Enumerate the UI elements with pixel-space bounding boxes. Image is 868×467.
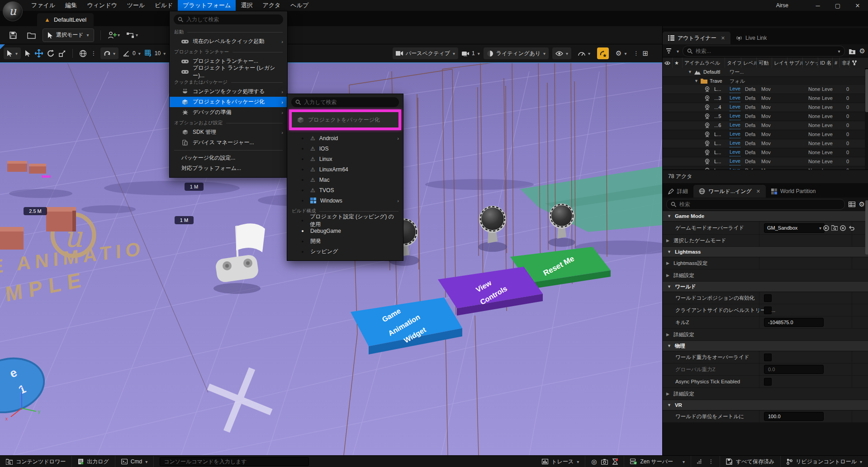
menu-platforms[interactable]: プラットフォーム bbox=[178, 0, 236, 11]
save-status-button[interactable]: すべて保存済み bbox=[720, 456, 781, 467]
level-link[interactable]: Leve bbox=[730, 157, 740, 165]
section-physics[interactable]: ▼物理 bbox=[663, 341, 868, 351]
grid-snap-control[interactable]: 10 ▾ bbox=[145, 50, 166, 57]
section-world[interactable]: ▼ワールド bbox=[663, 282, 868, 292]
level-link[interactable]: Leve bbox=[730, 148, 740, 156]
world-to-meters-input[interactable]: 100.0 bbox=[764, 412, 824, 421]
outliner-folder-row[interactable]: ▼ Trave フォル bbox=[663, 77, 865, 86]
kill-z-input[interactable]: -1048575.0 bbox=[764, 318, 824, 327]
menu-file[interactable]: ファイル bbox=[26, 0, 60, 11]
details-settings-icon[interactable]: ⚙ bbox=[859, 200, 865, 208]
submenu-item-config-project-settings[interactable]: ● プロジェクト設定 (シッピング) の使用 bbox=[287, 215, 403, 226]
level-link[interactable]: Leve bbox=[730, 103, 740, 111]
gravity-override-checkbox[interactable] bbox=[764, 354, 772, 361]
scale-tool-icon[interactable] bbox=[59, 50, 66, 57]
outliner-actor-row[interactable]: ...3 Leve Defa Mov None Leve 0 bbox=[663, 94, 865, 103]
level-link[interactable]: Leve bbox=[730, 121, 740, 129]
outliner-actor-row[interactable]: ...6 Leve Defa Mov None Leve 0 bbox=[663, 121, 865, 130]
record-icon[interactable]: ◎ bbox=[591, 458, 597, 465]
menu-window[interactable]: ウィンドウ bbox=[82, 0, 122, 11]
menu-select[interactable]: 選択 bbox=[236, 0, 257, 11]
menu-item-supported-platforms[interactable]: 対応プラットフォーム... bbox=[170, 163, 287, 174]
client-streaming-checkbox[interactable] bbox=[764, 307, 772, 314]
details-scrollbar[interactable] bbox=[865, 200, 868, 255]
menu-item-quick-launch[interactable]: 現在のレベルをクイック起動› bbox=[170, 36, 287, 47]
menu-item-packaging-settings[interactable]: パッケージ化の設定... bbox=[170, 153, 287, 163]
menu-item-sdk-manage[interactable]: SDK 管理› bbox=[170, 127, 287, 137]
tab-outliner[interactable]: アウトライナー ✕ bbox=[663, 32, 730, 44]
zen-server-dropdown[interactable]: Zen サーバー ▾ bbox=[624, 456, 691, 467]
perspective-dropdown[interactable]: パースペクティブ ▾ bbox=[393, 47, 458, 59]
pending-tasks-icon[interactable] bbox=[612, 458, 618, 465]
submenu-search-input[interactable]: 入力して検索 bbox=[291, 97, 399, 107]
maximize-button[interactable]: ▢ bbox=[834, 2, 842, 9]
add-folder-icon[interactable] bbox=[849, 48, 856, 54]
console-command-input[interactable]: コンソールコマンドを入力します bbox=[160, 457, 309, 466]
move-tool-icon[interactable] bbox=[35, 49, 43, 57]
close-button[interactable]: ✕ bbox=[854, 2, 862, 9]
row-selected-gamemode[interactable]: ▶選択したゲームモード bbox=[663, 235, 868, 247]
menu-item-device-manager[interactable]: デバイス マネージャー... bbox=[170, 137, 287, 148]
level-tab[interactable]: ▲ DefaultLevel bbox=[37, 13, 94, 26]
output-log-button[interactable]: 出力ログ bbox=[72, 456, 115, 467]
filter-icon[interactable] bbox=[666, 48, 673, 54]
outliner-settings-icon[interactable]: ⚙ bbox=[859, 47, 865, 55]
submenu-item-wind ows[interactable]: ● u Windows› bbox=[287, 195, 403, 206]
camera-speed-control[interactable]: 1 ▾ bbox=[462, 50, 480, 57]
menu-item-package-project[interactable]: プロジェクトをパッケージ化› bbox=[170, 97, 287, 107]
submenu-item-package-project-disabled[interactable]: プロジェクトをパッケージ化 bbox=[292, 112, 398, 127]
editor-mode-icon[interactable]: ▾ bbox=[4, 47, 21, 59]
details-search-input[interactable]: 検索 bbox=[666, 199, 845, 210]
level-link[interactable]: Leve bbox=[730, 112, 740, 120]
tab-live-link[interactable]: Live Link bbox=[730, 32, 772, 44]
section-vr[interactable]: ▼VR bbox=[663, 400, 868, 410]
menu-item-cook-content[interactable]: コンテンツをクック処理する› bbox=[170, 86, 287, 97]
cmd-dropdown[interactable]: Cmd ▾ bbox=[115, 456, 154, 467]
menu-tools[interactable]: ツール bbox=[122, 0, 150, 11]
more-dots-icon[interactable]: ⋮ bbox=[708, 458, 714, 465]
angle-snap-control[interactable]: 0 ▾ bbox=[123, 50, 141, 57]
outliner-actor-row[interactable]: L... Leve Defa Mov None Leve 0 bbox=[663, 85, 865, 94]
unreal-logo[interactable]: u bbox=[3, 1, 23, 21]
edit-asset-icon[interactable] bbox=[840, 225, 846, 231]
show-flags-dropdown[interactable]: ▾ bbox=[552, 47, 571, 59]
async-physics-checkbox[interactable] bbox=[764, 378, 772, 386]
row-physics-advanced[interactable]: ▶詳細設定 bbox=[663, 388, 868, 400]
viewport-options-dots-icon[interactable]: ⋮ bbox=[91, 50, 96, 57]
snapshot-icon[interactable] bbox=[601, 459, 608, 465]
submenu-item-linux[interactable]: ● ⚠ Linux bbox=[287, 154, 403, 164]
platforms-menu-search-input[interactable]: 入力して検索 bbox=[174, 14, 283, 24]
level-link[interactable]: Leve bbox=[730, 85, 740, 93]
menu-help[interactable]: ヘルプ bbox=[285, 0, 313, 11]
viewport-settings-dropdown[interactable]: ⚙▾ bbox=[612, 47, 630, 59]
tab-close-icon[interactable]: ✕ bbox=[756, 189, 760, 194]
submenu-item-config-development[interactable]: ● 開発 bbox=[287, 236, 403, 246]
outliner-actor-row[interactable]: L... Leve Defa Mov None Leve 0 bbox=[663, 157, 865, 166]
outliner-actor-row[interactable]: L... Leve Defa Mov None Leve 0 bbox=[663, 130, 865, 139]
content-drawer-button[interactable]: コンテンツドロワー bbox=[0, 456, 72, 467]
minimize-button[interactable]: ─ bbox=[814, 2, 822, 9]
rotate-tool-icon[interactable] bbox=[47, 50, 55, 57]
cinematic-toggle-button[interactable] bbox=[597, 47, 609, 59]
trace-dropdown[interactable]: トレース ▾ bbox=[536, 456, 585, 467]
use-selected-icon[interactable] bbox=[823, 225, 829, 231]
level-link[interactable]: Leve bbox=[730, 130, 740, 138]
submenu-item-mac[interactable]: ● ⚠ Mac bbox=[287, 175, 403, 185]
outliner-world-row[interactable]: ▼ Defaultl ワー... bbox=[663, 68, 865, 77]
menu-item-prepare-debug[interactable]: デバッグの準備› bbox=[170, 107, 287, 118]
display-options-icon[interactable] bbox=[849, 202, 855, 207]
row-lightmass-settings[interactable]: ▶Lightmass設定 bbox=[663, 257, 868, 269]
quad-layout-icon[interactable]: ⊞ bbox=[643, 49, 649, 57]
gravity-z-input[interactable]: 0.0 bbox=[764, 365, 824, 374]
world-composition-checkbox[interactable] bbox=[764, 294, 772, 302]
row-lightmass-advanced[interactable]: ▶詳細設定 bbox=[663, 269, 868, 282]
save-icon[interactable] bbox=[6, 29, 20, 42]
content-browser-icon[interactable] bbox=[24, 29, 38, 42]
outliner-actor-row[interactable]: L... Leve Defa Mov None Leve 0 bbox=[663, 148, 865, 157]
tab-details[interactable]: 詳細 bbox=[663, 185, 693, 198]
outliner-actor-row[interactable]: ...5 Leve Defa Mov None Leve 0 bbox=[663, 112, 865, 121]
level-link[interactable]: Leve bbox=[730, 94, 740, 102]
submenu-item-linuxarm64[interactable]: ● ⚠ LinuxArm64 bbox=[287, 164, 403, 175]
submenu-item-tvos[interactable]: ● ⚠ TVOS bbox=[287, 185, 403, 195]
world-coordinate-icon[interactable] bbox=[79, 50, 87, 57]
